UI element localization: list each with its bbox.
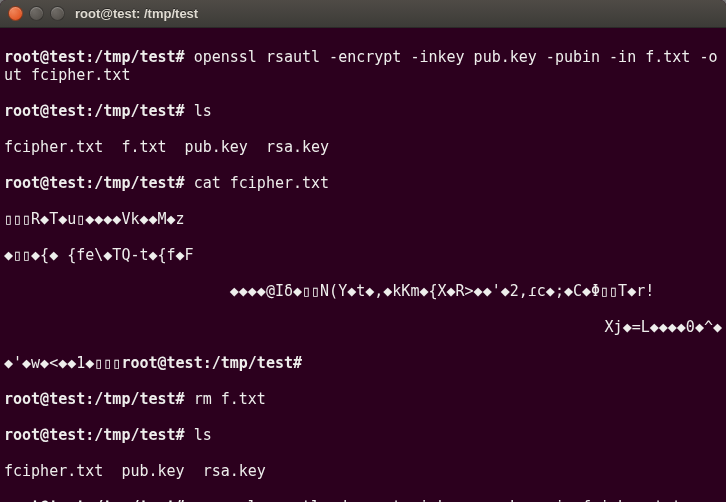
prompt: root@test:/tmp/test# [4,102,185,120]
output-ls-2: fcipher.txt pub.key rsa.key [4,462,722,480]
terminal-window: root@test: /tmp/test root@test:/tmp/test… [0,0,726,502]
prompt: root@test:/tmp/test# [4,498,185,502]
terminal-body[interactable]: root@test:/tmp/test# openssl rsautl -enc… [0,28,726,502]
binary-output: ◆◆◆◆@Iδ◆▯▯N(Y◆t◆,◆kKm◆{X◆R>◆◆'◆2‚ɾc◆;◆C◆… [4,282,722,300]
binary-output: Xj◆=L◆◆◆◆0◆^◆ [4,318,722,336]
cmd-cat: cat fcipher.txt [194,174,329,192]
prompt: root@test:/tmp/test# [4,174,185,192]
prompt: root@test:/tmp/test# [4,426,185,444]
close-icon[interactable] [8,6,23,21]
binary-output: ▯▯▯R◆T◆u▯◆◆◆◆Vk◆◆M◆z [4,210,722,228]
binary-output: ◆▯▯◆{◆ {fe\◆TQ-t◆{f◆F [4,246,722,264]
cmd-rm: rm f.txt [194,390,266,408]
binary-output: ◆'◆w◆<◆◆1◆▯▯▯ [4,354,121,372]
cmd-ls: ls [194,426,212,444]
window-controls [8,6,65,21]
prompt: root@test:/tmp/test# [121,354,302,372]
prompt: root@test:/tmp/test# [4,48,185,66]
prompt: root@test:/tmp/test# [4,390,185,408]
titlebar[interactable]: root@test: /tmp/test [0,0,726,28]
maximize-icon[interactable] [50,6,65,21]
output-ls-1: fcipher.txt f.txt pub.key rsa.key [4,138,722,156]
window-title: root@test: /tmp/test [75,6,198,21]
minimize-icon[interactable] [29,6,44,21]
cmd-ls: ls [194,102,212,120]
